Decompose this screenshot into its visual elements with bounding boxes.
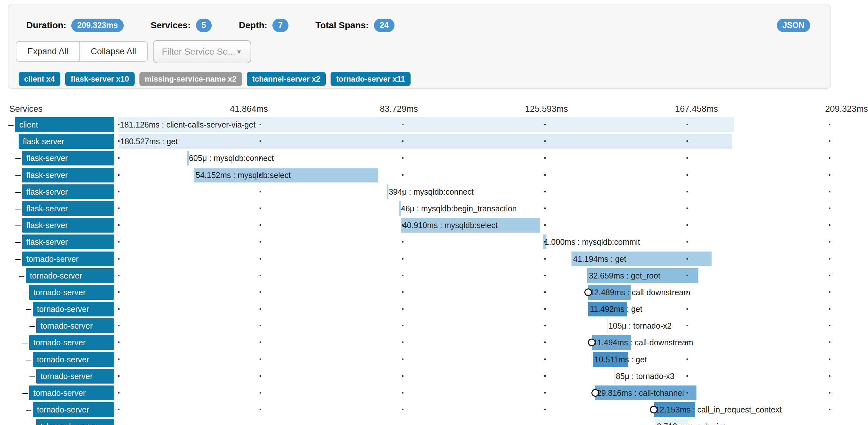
- span-timeline: 605μ : mysqldb:connect: [118, 151, 830, 165]
- collapse-toggle[interactable]: –: [10, 134, 19, 149]
- service-name-button[interactable]: flask-server: [22, 168, 114, 182]
- service-name-button[interactable]: tornado-server: [33, 402, 114, 417]
- gridline-dot-icon: [259, 224, 261, 226]
- gridline-dot-icon: [829, 141, 830, 142]
- service-name-button[interactable]: flask-server: [22, 184, 114, 199]
- gridline-dot-icon: [259, 157, 261, 159]
- trace-summary-panel: Duration:209.323msServices:5Depth:7Total…: [8, 4, 831, 89]
- gridline-dot-icon: [686, 258, 688, 260]
- service-name-button[interactable]: tornado-server: [22, 251, 114, 266]
- service-tag[interactable]: missing-service-name x2: [140, 72, 242, 86]
- collapse-toggle[interactable]: –: [14, 168, 22, 182]
- gridline-dot-icon: [686, 375, 688, 377]
- gridline-dot-icon: [829, 392, 830, 394]
- gridline-dot-icon: [402, 375, 403, 377]
- service-name-button[interactable]: flask-server: [22, 151, 114, 165]
- service-name-button[interactable]: tornado-server: [29, 285, 114, 300]
- span-duration-bar[interactable]: [588, 285, 630, 300]
- stat-value-badge: 5: [196, 19, 212, 32]
- collapse-toggle[interactable]: –: [14, 184, 22, 199]
- span-duration-bar[interactable]: [588, 302, 627, 316]
- collapse-toggle[interactable]: –: [14, 151, 22, 165]
- expand-all-button[interactable]: Expand All: [16, 41, 80, 62]
- span-timeline: 394μ : mysqldb:connect: [118, 184, 830, 199]
- span-duration-bar[interactable]: [118, 117, 734, 132]
- service-tag[interactable]: tchannel-server x2: [247, 72, 326, 86]
- gridline-dot-icon: [829, 408, 830, 410]
- gridline-dot-icon: [259, 392, 261, 394]
- service-tag[interactable]: client x4: [19, 72, 60, 86]
- service-name-button[interactable]: tornado-server: [36, 318, 114, 333]
- collapse-toggle[interactable]: –: [21, 335, 29, 350]
- gridline-dot-icon: [544, 275, 546, 276]
- trace-span-row: –flask-server46μ : mysqldb:begin_transac…: [0, 200, 868, 217]
- trace-span-row: –flask-server605μ : mysqldb:connect: [0, 150, 868, 166]
- service-tag[interactable]: flask-server x10: [65, 72, 134, 86]
- span-duration-bar[interactable]: [587, 268, 699, 283]
- gridline-dot-icon: [118, 157, 120, 159]
- collapse-toggle[interactable]: –: [14, 235, 22, 249]
- span-duration-bar[interactable]: [401, 218, 540, 233]
- filter-service-select[interactable]: Filter Service Se... ▼: [153, 40, 251, 63]
- trace-span-row: –flask-server54.152ms : mysqldb:select: [0, 167, 868, 183]
- trace-controls: Expand All Collapse All Filter Service S…: [16, 41, 251, 63]
- gridline-dot-icon: [829, 157, 830, 159]
- gridline-dot-icon: [118, 258, 120, 260]
- service-name-button[interactable]: tornado-server: [33, 352, 114, 367]
- gridline-dot-icon: [829, 291, 830, 293]
- service-name-button[interactable]: tornado-server: [33, 302, 114, 316]
- collapse-toggle[interactable]: –: [14, 218, 22, 233]
- gridline-dot-icon: [118, 224, 120, 226]
- collapse-toggle[interactable]: –: [28, 369, 36, 384]
- gridline-dot-icon: [259, 174, 261, 176]
- collapse-toggle[interactable]: –: [14, 251, 22, 266]
- gridline-dot-icon: [259, 208, 261, 209]
- service-name-button[interactable]: tornado-server: [36, 369, 114, 384]
- collapse-all-button[interactable]: Collapse All: [79, 41, 148, 62]
- collapse-toggle[interactable]: –: [28, 419, 36, 425]
- service-name-button[interactable]: tornado-server: [29, 335, 114, 350]
- collapse-toggle[interactable]: –: [17, 268, 26, 283]
- annotation-marker-icon: [591, 389, 599, 397]
- collapse-toggle[interactable]: –: [24, 352, 33, 367]
- collapse-toggle[interactable]: –: [28, 318, 36, 333]
- span-duration-bar[interactable]: [399, 201, 401, 216]
- service-name-button[interactable]: tornado-server: [26, 268, 114, 283]
- span-duration-bar[interactable]: [607, 318, 608, 333]
- span-duration-bar[interactable]: [194, 168, 378, 182]
- service-tag[interactable]: tornado-server x11: [331, 72, 410, 86]
- span-duration-bar[interactable]: [187, 151, 189, 165]
- stat-value-badge: 209.323ms: [71, 19, 124, 32]
- service-name-button[interactable]: flask-server: [22, 201, 114, 216]
- span-duration-bar[interactable]: [595, 386, 696, 400]
- gridline-dot-icon: [118, 275, 120, 276]
- json-button[interactable]: JSON: [777, 19, 810, 32]
- collapse-toggle[interactable]: –: [21, 285, 29, 300]
- collapse-toggle[interactable]: –: [14, 201, 22, 216]
- span-duration-bar[interactable]: [654, 402, 695, 417]
- collapse-toggle[interactable]: –: [24, 302, 33, 316]
- span-duration-bar[interactable]: [655, 419, 688, 425]
- span-duration-bar[interactable]: [592, 335, 631, 350]
- gridline-dot-icon: [118, 359, 120, 360]
- span-duration-bar[interactable]: [593, 352, 628, 367]
- trace-span-row: –tornado-server12.153ms : call_in_reques…: [0, 401, 868, 418]
- collapse-toggle[interactable]: –: [7, 117, 15, 132]
- trace-span-row: –tornado-server32.659ms : get_root: [0, 267, 868, 284]
- span-duration-bar[interactable]: [614, 369, 616, 384]
- service-name-button[interactable]: flask-server: [22, 235, 114, 249]
- collapse-toggle[interactable]: –: [21, 386, 29, 400]
- span-duration-bar[interactable]: [387, 184, 389, 199]
- span-duration-bar[interactable]: [571, 251, 712, 266]
- collapse-toggle[interactable]: –: [24, 402, 33, 417]
- gridline-dot-icon: [402, 208, 403, 209]
- service-name-button[interactable]: tornado-server: [29, 386, 114, 400]
- service-name-button[interactable]: client: [15, 117, 114, 132]
- span-timeline: 54.152ms : mysqldb:select: [118, 168, 830, 182]
- service-name-button[interactable]: flask-server: [19, 134, 114, 149]
- time-mark-label: 83.729ms: [334, 104, 418, 114]
- span-duration-bar[interactable]: [119, 134, 732, 149]
- service-name-button[interactable]: flask-server: [22, 218, 114, 233]
- span-timeline: 40.910ms : mysqldb:select: [118, 218, 830, 233]
- service-name-button[interactable]: tchannel-server: [36, 419, 114, 425]
